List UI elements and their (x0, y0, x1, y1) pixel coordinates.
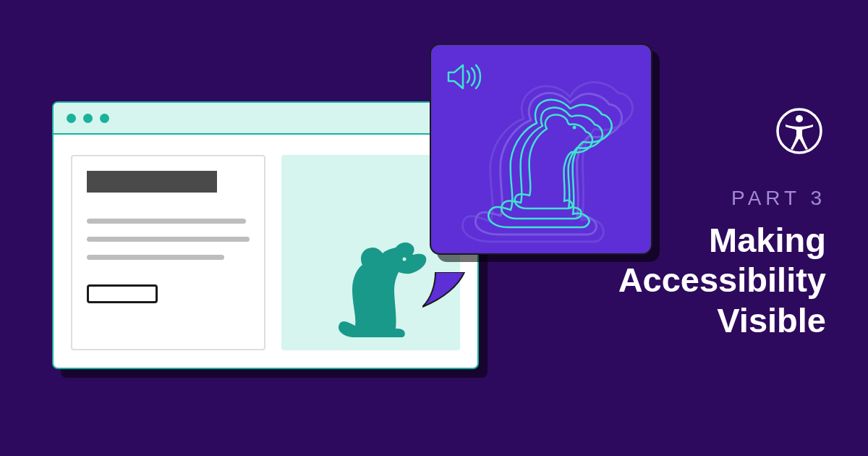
accessibility-icon (775, 107, 823, 158)
title-block: PART 3 Making Accessibility Visible (618, 187, 826, 340)
browser-titlebar (54, 103, 477, 135)
svg-point-1 (573, 126, 576, 130)
browser-window-illustration (52, 101, 479, 369)
article-card (71, 155, 265, 350)
svg-point-3 (796, 115, 803, 122)
window-control-dot (100, 114, 109, 123)
headline-line: Accessibility (618, 261, 826, 299)
headline-line: Making (709, 221, 826, 259)
eyebrow-text: PART 3 (618, 187, 826, 210)
article-cta-placeholder (87, 284, 158, 303)
svg-point-0 (403, 258, 407, 261)
article-text-line (87, 219, 246, 224)
window-control-dot (83, 114, 93, 123)
dog-icon (335, 232, 436, 340)
window-control-dot (67, 114, 76, 123)
article-text-line (87, 237, 250, 242)
browser-body (54, 135, 477, 368)
headline: Making Accessibility Visible (618, 220, 826, 340)
headline-line: Visible (717, 301, 826, 339)
article-text-line (87, 255, 224, 260)
dog-outline-waves-icon (459, 80, 639, 246)
article-title-placeholder (87, 171, 217, 193)
